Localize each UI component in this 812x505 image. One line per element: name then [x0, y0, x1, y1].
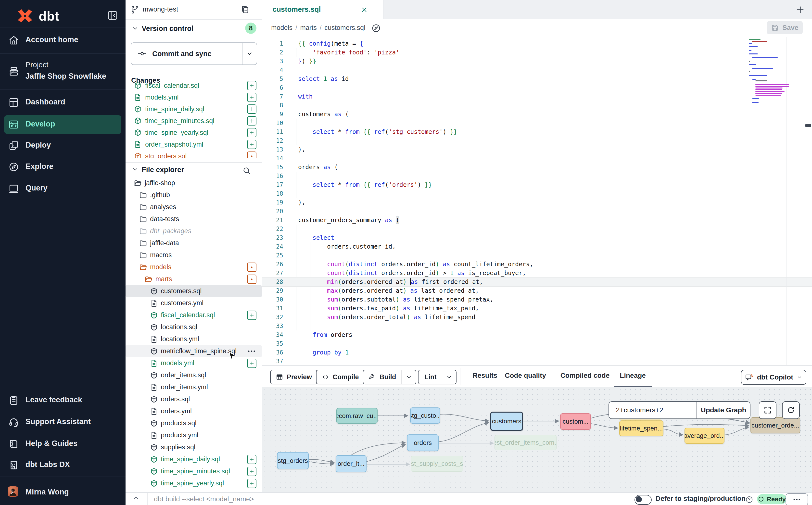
breadcrumb-models[interactable]: models [271, 24, 293, 32]
code-line-10[interactable]: 10 [262, 119, 812, 128]
tree-item-orders.sql[interactable]: orders.sql [126, 393, 262, 405]
tree-item-locations.yml[interactable]: locations.yml [126, 333, 262, 345]
code-line-34[interactable]: 34 from orders [262, 330, 812, 339]
preview-button[interactable]: Preview [270, 370, 318, 384]
scrollbar-thumb[interactable] [805, 124, 811, 127]
lineage-node-customer_orde[interactable]: customer_orde... [751, 417, 800, 434]
code-line-15[interactable]: 15orders as ( [262, 163, 812, 172]
tree-item-.github[interactable]: .github [126, 189, 262, 201]
code-line-9[interactable]: 9customers as ( [262, 110, 812, 119]
code-editor[interactable]: 1{{ config(meta = {2 'favorite_food': 'p… [262, 37, 812, 365]
tree-item-models.yml[interactable]: models.yml [126, 357, 262, 369]
stage-file-button[interactable] [247, 105, 257, 114]
sidebar-item-develop[interactable]: Develop [4, 115, 121, 134]
code-line-3[interactable]: 3}) }} [262, 57, 812, 66]
stage-file-button[interactable] [247, 128, 257, 137]
tree-item-products.yml[interactable]: products.yml [126, 429, 262, 441]
defer-toggle[interactable] [635, 495, 652, 505]
changed-file-order_snapshot.yml[interactable]: order_snapshot.yml [126, 139, 262, 150]
tree-item-macros[interactable]: macros [126, 249, 262, 261]
tree-item-orders.yml[interactable]: orders.yml [126, 405, 262, 417]
stage-file-button[interactable] [247, 140, 257, 149]
code-line-12[interactable]: 12 [262, 136, 812, 145]
breadcrumb-marts[interactable]: marts [300, 24, 317, 32]
changed-file-fiscal_calendar.sql[interactable]: fiscal_calendar.sql [126, 80, 262, 92]
build-options-dropdown[interactable] [401, 370, 416, 384]
file-menu-icon[interactable] [247, 346, 257, 356]
compile-button[interactable]: Compile [316, 370, 365, 384]
stage-file-button[interactable] [247, 93, 257, 102]
stage-file-button[interactable] [247, 275, 257, 284]
code-line-4[interactable]: 4 [262, 66, 812, 74]
code-line-8[interactable]: 8 [262, 101, 812, 110]
code-line-35[interactable]: 35 [262, 339, 812, 348]
code-line-32[interactable]: 32 sum(orders.order_total) as lifetime_s… [262, 313, 812, 322]
tab-results[interactable]: Results [472, 372, 497, 379]
search-icon[interactable] [242, 166, 251, 175]
commit-and-sync-button[interactable]: Commit and sync [131, 42, 257, 65]
code-line-24[interactable]: 24 orders.customer_id, [262, 242, 812, 251]
tree-item-metricflow_time_spine.sql[interactable]: metricflow_time_spine.sql [126, 345, 262, 357]
lineage-node-lifetime_spen[interactable]: lifetime_spen... [619, 420, 663, 436]
code-line-20[interactable]: 20 [262, 207, 812, 216]
code-line-31[interactable]: 31 sum(orders.tax_paid) as lifetime_tax_… [262, 304, 812, 313]
code-line-33[interactable]: 33 [262, 322, 812, 330]
save-button[interactable]: Save [767, 21, 803, 34]
sidebar-collapse-icon[interactable] [107, 10, 118, 21]
code-line-13[interactable]: 13), [262, 145, 812, 154]
tab-code-quality[interactable]: Code quality [505, 372, 546, 379]
stage-file-button[interactable] [247, 359, 257, 368]
code-line-36[interactable]: 36 group by 1 [262, 348, 812, 357]
lineage-node-average_ord[interactable]: average_ord... [684, 428, 724, 444]
code-line-16[interactable]: 16 [262, 172, 812, 180]
tree-item-analyses[interactable]: analyses [126, 201, 262, 213]
tree-item-fiscal_calendar.sql[interactable]: fiscal_calendar.sql [126, 309, 262, 321]
code-line-21[interactable]: 21customer_orders_summary as ( [262, 216, 812, 224]
tree-item-products.sql[interactable]: products.sql [126, 417, 262, 429]
command-input[interactable]: dbt build --select <model_name> [154, 495, 254, 503]
tree-item-time_spine_daily.sql[interactable]: time_spine_daily.sql [126, 453, 262, 465]
tree-item-order_items.yml[interactable]: order_items.yml [126, 381, 262, 393]
code-line-25[interactable]: 25 [262, 251, 812, 260]
update-graph-button[interactable]: Update Graph [697, 402, 750, 418]
fullscreen-button[interactable] [759, 401, 777, 419]
changed-file-models.yml[interactable]: models.yml [126, 92, 262, 103]
tree-item-order_items.sql[interactable]: order_items.sql [126, 369, 262, 381]
chevron-down-icon[interactable] [131, 166, 139, 173]
tree-item-locations.sql[interactable]: locations.sql [126, 321, 262, 333]
tree-item-models[interactable]: models [126, 261, 262, 273]
tree-item-jaffle-shop[interactable]: jaffle-shop [126, 177, 262, 189]
tab-lineage[interactable]: Lineage [620, 372, 646, 379]
code-line-7[interactable]: 7with [262, 92, 812, 101]
dbt-logo[interactable]: dbt [16, 7, 59, 25]
tree-item-time_spine_yearly.sql[interactable]: time_spine_yearly.sql [126, 477, 262, 489]
breadcrumb-file[interactable]: customers.sql [325, 24, 365, 32]
stage-file-button[interactable] [247, 263, 257, 272]
code-line-11[interactable]: 11 select * from {{ ref('stg_customers')… [262, 128, 812, 136]
changed-file-time_spine_minutes.sql[interactable]: time_spine_minutes.sql [126, 115, 262, 127]
minimap[interactable] [749, 39, 786, 144]
tree-item-customers.yml[interactable]: customers.yml [126, 297, 262, 309]
chevron-down-icon[interactable] [131, 25, 139, 32]
compass-icon[interactable] [371, 23, 381, 33]
code-line-22[interactable]: 22 [262, 224, 812, 233]
refresh-button[interactable] [782, 401, 800, 419]
lineage-node-orders[interactable]: orders [407, 435, 439, 451]
dbt-copilot-button[interactable]: dbt Copilot [741, 370, 806, 385]
stage-file-button[interactable] [247, 311, 257, 320]
lint-button[interactable]: Lint [418, 370, 457, 384]
tree-item-customers.sql[interactable]: customers.sql [126, 285, 262, 297]
changed-file-time_spine_yearly.sql[interactable]: time_spine_yearly.sql [126, 127, 262, 139]
lineage-node-stg_custo[interactable]: stg_custo... [410, 407, 440, 424]
stage-file-button[interactable] [247, 116, 257, 126]
code-line-28[interactable]: 28 min(orders.ordered_at) as first_order… [262, 278, 812, 286]
code-line-2[interactable]: 2 'favorite_food': 'pizza' [262, 48, 812, 57]
tree-item-supplies.sql[interactable]: supplies.sql [126, 441, 262, 453]
lineage-node-custom[interactable]: custom... [560, 413, 591, 430]
stage-file-button[interactable] [247, 152, 257, 158]
tab-compiled-code[interactable]: Compiled code [560, 372, 610, 379]
status-badge[interactable]: Ready [757, 494, 787, 504]
code-line-17[interactable]: 17 select * from {{ ref('orders') }} [262, 180, 812, 189]
commit-options-dropdown[interactable] [242, 43, 257, 64]
code-line-30[interactable]: 30 sum(orders.subtotal) as lifetime_spen… [262, 295, 812, 304]
